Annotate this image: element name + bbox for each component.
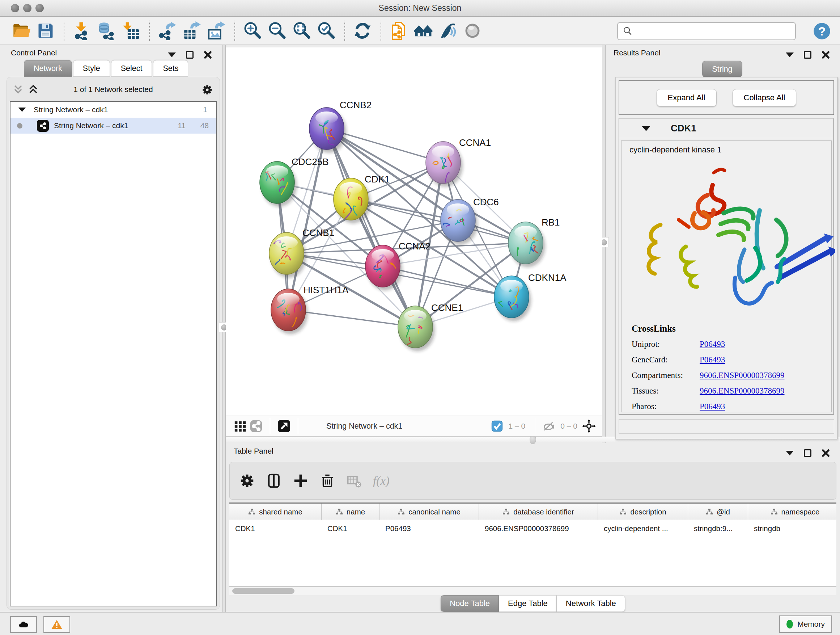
network-node-CCNE1[interactable] (398, 306, 435, 351)
network-options-gear-icon[interactable] (201, 83, 214, 96)
delete-table-icon[interactable] (344, 470, 364, 491)
selected-checkbox-icon[interactable] (489, 418, 505, 434)
collapse-all-button[interactable]: Collapse All (733, 89, 797, 106)
table-hscrollbar-thumb[interactable] (232, 588, 294, 594)
network-node-HIST1H1A[interactable] (271, 289, 308, 334)
string-document-icon[interactable] (388, 20, 409, 41)
network-row[interactable]: String Network – cdk1 11 48 (11, 118, 216, 134)
table-cell[interactable]: P06493 (379, 520, 479, 537)
cloud-button[interactable] (10, 616, 37, 633)
network-canvas[interactable]: CCNB2CCNA1CDC25BCDK1CDC6RB1CCNB1CCNA2CDK… (226, 48, 602, 416)
hidden-eye-icon[interactable] (541, 418, 557, 434)
export-table-icon[interactable] (182, 20, 202, 41)
node-label-CDKN1A: CDKN1A (528, 272, 567, 283)
control-panel-collapse-icon[interactable] (168, 52, 176, 57)
column-header-name[interactable]: name (322, 504, 379, 520)
collection-disclosure-icon[interactable] (19, 108, 26, 112)
export-network-icon[interactable] (157, 20, 177, 41)
tab-select[interactable]: Select (111, 60, 152, 77)
table-panel-collapse-icon[interactable] (786, 451, 794, 455)
results-panel-close-icon[interactable] (821, 51, 830, 59)
results-panel-collapse-icon[interactable] (786, 52, 794, 57)
refresh-icon[interactable] (352, 20, 373, 41)
function-builder-button[interactable]: f(x) (373, 474, 390, 488)
expand-all-button[interactable]: Expand All (657, 89, 717, 106)
show-columns-icon[interactable] (264, 470, 284, 491)
hide-glyph-icon[interactable] (438, 20, 458, 41)
table-cell[interactable]: stringdb (748, 520, 836, 537)
control-panel-float-icon[interactable] (186, 51, 194, 59)
right-splitter[interactable] (602, 45, 606, 443)
column-header-canonical-name[interactable]: canonical name (379, 504, 479, 520)
crosslink-value-link[interactable]: 9606.ENSP00000378699 (699, 386, 785, 396)
toolbar-separator (234, 21, 235, 41)
gene-description: cyclin-dependent kinase 1 (622, 141, 831, 155)
network-collection-row[interactable]: String Network – cdk1 1 (11, 102, 216, 118)
crosslink-value-link[interactable]: P06493 (699, 340, 725, 349)
control-panel-close-icon[interactable] (204, 51, 212, 59)
tab-node-table[interactable]: Node Table (441, 595, 499, 612)
zoom-fit-icon[interactable] (292, 20, 312, 41)
gene-header-row[interactable]: CDK1 (619, 119, 834, 138)
crosslink-value-link[interactable]: P06493 (699, 402, 725, 411)
tab-string[interactable]: String (702, 61, 742, 78)
network-node-CCNB2[interactable] (309, 108, 346, 153)
network-edge[interactable] (288, 128, 327, 310)
table-hscrollbar[interactable] (229, 587, 836, 595)
tab-network[interactable]: Network (24, 60, 72, 77)
grid-view-icon[interactable] (232, 418, 248, 434)
table-panel-float-icon[interactable] (804, 449, 812, 457)
column-header-database-identifier[interactable]: database identifier (479, 504, 598, 520)
home-icon[interactable] (413, 20, 433, 41)
delete-column-icon[interactable] (317, 470, 338, 491)
node-label-CDC25B: CDC25B (292, 157, 329, 167)
column-header-namespace[interactable]: namespace (748, 504, 836, 520)
sphere-icon[interactable] (462, 20, 483, 41)
help-button[interactable]: ? (813, 22, 831, 41)
table-row[interactable]: CDK1CDK1P064939606.ENSP00000378699cyclin… (229, 520, 836, 537)
column-header-shared-name[interactable]: shared name (229, 504, 322, 520)
table-cell[interactable]: CDK1 (322, 520, 379, 537)
results-panel-float-icon[interactable] (804, 51, 812, 59)
export-image-icon[interactable] (206, 20, 226, 41)
crosslink-value-link[interactable]: 9606.ENSP00000378699 (699, 371, 785, 380)
table-cell[interactable]: cyclin-dependent ... (598, 520, 688, 537)
import-table-icon[interactable] (121, 20, 141, 41)
pan-crosshair-icon[interactable] (581, 418, 597, 434)
results-scroll-strip[interactable] (619, 419, 834, 434)
warning-button[interactable] (43, 616, 70, 633)
tab-edge-table[interactable]: Edge Table (499, 595, 557, 612)
zoom-out-icon[interactable] (267, 20, 287, 41)
create-column-icon[interactable] (291, 470, 311, 491)
left-splitter[interactable] (222, 45, 226, 612)
network-node-CCNB1[interactable] (269, 233, 306, 278)
network-node-CCNA2[interactable] (365, 245, 402, 290)
table-cell[interactable]: 9606.ENSP00000378699 (479, 520, 598, 537)
zoom-selected-icon[interactable] (316, 20, 336, 41)
network-node-CCNA1[interactable] (426, 141, 463, 187)
tab-network-table[interactable]: Network Table (557, 595, 625, 612)
table-options-gear-icon[interactable] (237, 470, 257, 491)
import-network-icon[interactable] (72, 20, 92, 41)
column-header--id[interactable]: @id (688, 504, 748, 520)
tab-style[interactable]: Style (73, 60, 110, 77)
network-node-RB1[interactable] (508, 222, 545, 267)
table-panel-close-icon[interactable] (821, 449, 830, 457)
memory-button[interactable]: Memory (779, 616, 832, 633)
zoom-in-icon[interactable] (242, 20, 263, 41)
tab-sets[interactable]: Sets (153, 60, 188, 77)
crosslink-value-link[interactable]: P06493 (699, 355, 725, 364)
gene-disclosure-icon[interactable] (642, 126, 651, 131)
search-input[interactable] (636, 24, 795, 38)
import-network-from-database-icon[interactable] (96, 20, 117, 41)
column-header-description[interactable]: description (598, 504, 688, 520)
table-cell[interactable]: stringdb:9... (688, 520, 748, 537)
network-node-CDKN1A[interactable] (494, 276, 531, 321)
open-session-icon[interactable] (11, 20, 31, 41)
table-cell[interactable]: CDK1 (229, 520, 322, 537)
save-session-icon[interactable] (35, 20, 56, 41)
network-node-CDK1[interactable] (333, 178, 370, 223)
network-node-CDC25B[interactable] (260, 162, 297, 207)
birds-eye-view-icon[interactable] (276, 418, 292, 434)
network-share-icon[interactable] (248, 418, 264, 434)
